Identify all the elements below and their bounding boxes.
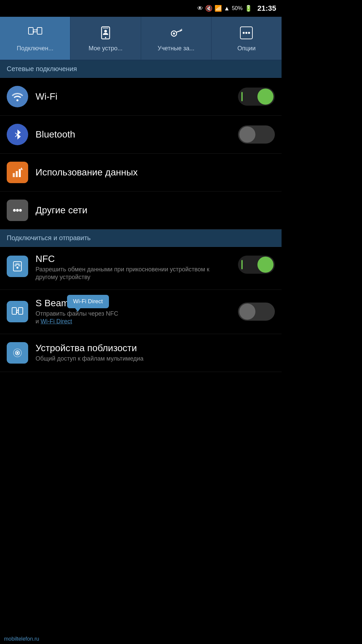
svg-point-7 [105,37,106,38]
nfc-toggle-thumb [257,257,274,273]
tab-options-icon [239,25,254,43]
othernets-text: Другие сети [36,205,275,216]
sbeam-text: S Beam Отправить файлы через NFCи Wi-Fi … [36,298,233,326]
eye-icon: 👁 [197,5,203,12]
tab-connections[interactable]: Подключен... [0,17,70,60]
tab-connections-label: Подключен... [1,45,69,52]
tab-accounts[interactable]: Учетные за... [141,17,212,60]
bluetooth-icon [7,124,28,145]
battery-icon: 🔋 [245,5,252,12]
section-network: Сетевые подключения [0,60,282,78]
wifi-item[interactable]: Wi-Fi [0,78,282,116]
othernets-icon [7,200,28,221]
sbeam-toggle-switch[interactable] [238,303,275,321]
bluetooth-text: Bluetooth [36,129,233,140]
wifi-toggle-thumb [257,89,274,105]
nearby-icon [7,342,28,364]
battery-label: 50% [232,5,243,11]
svg-point-17 [245,32,247,34]
nearby-title: Устройства поблизости [36,343,275,354]
watermark: mobiltelefon.ru [0,634,43,644]
nfc-text: NFC Разрешить обмен данными при прикосно… [36,254,233,281]
nfc-title: NFC [36,254,233,264]
sbeam-item[interactable]: S Beam Отправить файлы через NFCи Wi-Fi … [0,290,282,334]
sbeam-title: S Beam [36,298,233,309]
tab-accounts-icon [169,25,183,43]
wifi-toggle[interactable] [238,88,275,106]
bluetooth-item[interactable]: Bluetooth [0,116,282,154]
svg-point-18 [248,32,250,34]
wifi-text: Wi-Fi [36,91,233,102]
nfc-toggle[interactable] [238,256,275,274]
wifidirect-tooltip: Wi-Fi Direct [67,295,109,308]
nfc-item[interactable]: NFC Разрешить обмен данными при прикосно… [0,247,282,290]
svg-rect-30 [18,308,23,314]
svg-point-25 [16,209,19,212]
datausage-item[interactable]: Использование данных [0,154,282,192]
svg-rect-21 [19,169,21,177]
nfc-toggle-switch[interactable] [238,256,275,274]
bluetooth-toggle-thumb [239,126,255,143]
tab-bar: Подключен... Мое устро... [0,17,282,60]
wifi-title: Wi-Fi [36,91,233,102]
bluetooth-toggle[interactable] [238,125,275,144]
svg-point-28 [16,267,18,269]
svg-rect-19 [13,173,15,177]
bluetooth-toggle-switch[interactable] [238,125,275,144]
tab-options[interactable]: Опции [212,17,282,60]
network-icon: ▲ [224,5,230,12]
datausage-text: Использование данных [36,167,275,178]
nfc-icon [7,256,28,277]
svg-rect-0 [28,28,33,34]
svg-point-24 [13,209,16,212]
tab-mydevice-label: Мое устро... [72,45,139,52]
nearby-text: Устройства поблизости Общий доступ к фай… [36,343,275,363]
tab-connections-icon [28,25,43,43]
svg-point-11 [173,33,175,35]
tab-options-label: Опции [213,45,280,52]
status-time: 21:35 [257,4,276,13]
sbeam-icon [7,301,28,322]
nearby-item[interactable]: Устройства поблизости Общий доступ к фай… [0,334,282,372]
tab-accounts-label: Учетные за... [142,45,210,52]
datausage-icon [7,162,28,183]
signal-icon: 📶 [215,5,222,12]
tab-mydevice[interactable]: Мое устро... [70,17,141,60]
svg-point-9 [104,30,107,33]
nfc-subtitle: Разрешить обмен данными при прикосновени… [36,266,233,281]
nearby-subtitle: Общий доступ к файлам мультимедиа [36,355,275,363]
status-icons: 👁 🔇 📶 ▲ 50% 🔋 [197,5,252,12]
mute-icon: 🔇 [205,5,213,12]
svg-rect-20 [16,171,18,177]
svg-line-12 [176,30,182,32]
section-connect: Подключиться и отправить [0,229,282,247]
svg-rect-29 [12,308,16,314]
svg-point-37 [16,352,18,354]
wifi-toggle-switch[interactable] [238,88,275,106]
othernets-title: Другие сети [36,205,275,216]
datausage-title: Использование данных [36,167,275,178]
othernets-item[interactable]: Другие сети [0,192,282,229]
svg-point-16 [243,32,245,34]
status-bar: 👁 🔇 📶 ▲ 50% 🔋 21:35 [0,0,282,17]
bluetooth-title: Bluetooth [36,129,233,140]
sbeam-toggle-thumb [239,304,255,320]
sbeam-toggle[interactable] [238,303,275,321]
svg-rect-1 [37,28,42,34]
sbeam-subtitle: Отправить файлы через NFCи Wi-Fi Direct [36,310,233,326]
tab-mydevice-icon [98,25,113,43]
wifi-icon [7,86,28,107]
svg-point-26 [19,209,22,212]
